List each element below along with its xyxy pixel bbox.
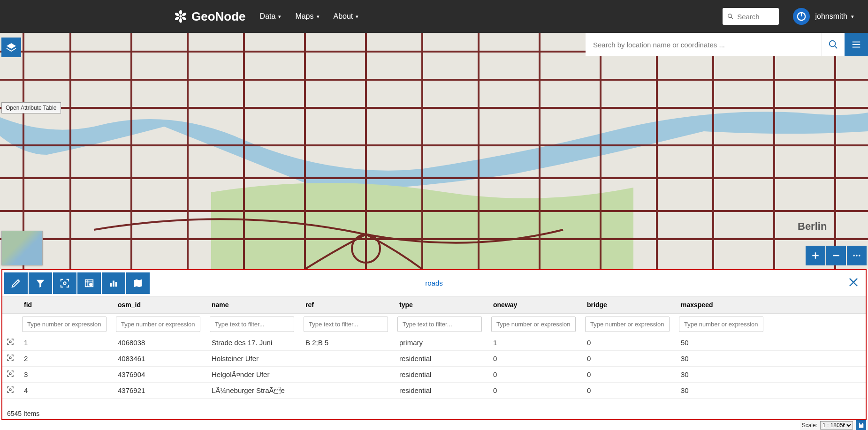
cell-ref (300, 351, 394, 367)
user-menu[interactable]: johnsmith▾ (815, 12, 854, 21)
svg-point-2 (182, 12, 187, 16)
column-header-type[interactable]: type (394, 296, 487, 314)
table-row[interactable]: 14068038Strade des 17. JuniB 2;B 5primar… (2, 335, 866, 351)
svg-point-25 (859, 255, 860, 256)
location-search-input[interactable] (586, 33, 821, 56)
column-header-name[interactable]: name (206, 296, 300, 314)
filter-row (2, 314, 866, 335)
nav-about[interactable]: About▾ (334, 12, 359, 21)
cell-type: primary (394, 335, 487, 351)
map-viewport[interactable]: Berlin Open Attribute Table (0, 33, 868, 269)
more-options-button[interactable] (847, 246, 867, 265)
column-header-bridge[interactable]: bridge (581, 296, 675, 314)
brand-logo[interactable]: GeoNode (174, 9, 246, 24)
column-header-oneway[interactable]: oneway (487, 296, 581, 314)
chevron-down-icon: ▾ (851, 14, 854, 20)
scale-label: Scale: (802, 422, 817, 429)
location-search-button[interactable] (821, 33, 845, 56)
bar-chart-icon (108, 278, 119, 288)
map-filter-icon (133, 278, 143, 288)
zoom-to-feature-button[interactable] (2, 383, 18, 399)
attribute-table-panel: roads fid osm_id name ref type oneway br… (1, 269, 867, 420)
layers-button[interactable] (1, 38, 21, 57)
filter-ref[interactable] (304, 317, 388, 332)
search-icon (727, 13, 734, 20)
filter-name[interactable] (210, 317, 294, 332)
download-button[interactable] (856, 420, 866, 430)
zoom-extent-icon (60, 278, 70, 288)
table-row[interactable]: 34376904HelgolÃ¤nder Uferresidential0030 (2, 367, 866, 383)
column-header-fid[interactable]: fid (18, 296, 112, 314)
table-row[interactable]: 44376921LÃ¼neburger StraÃeresidential00… (2, 383, 866, 399)
header-row: fid osm_id name ref type oneway bridge m… (2, 296, 866, 314)
cell-bridge: 0 (581, 351, 675, 367)
zoom-to-page-button[interactable] (53, 272, 76, 294)
zoom-to-feature-button[interactable] (2, 367, 18, 383)
hide-columns-button[interactable] (77, 272, 101, 294)
filter-button[interactable] (29, 272, 52, 294)
filter-osm-id[interactable] (116, 317, 200, 332)
zoom-to-feature-button[interactable] (2, 351, 18, 367)
cell-oneway: 0 (487, 367, 581, 383)
hamburger-icon (851, 39, 861, 50)
scale-bar: Scale: 1 : 18056 (800, 420, 868, 430)
main-menu-button[interactable] (845, 33, 868, 56)
filter-type[interactable] (397, 317, 482, 332)
panel-title[interactable]: roads (425, 279, 443, 287)
cell-name: LÃ¼neburger StraÃe (206, 383, 300, 399)
cell-name: Holsteiner Ufer (206, 351, 300, 367)
minimap[interactable] (1, 231, 43, 265)
cell-ref (300, 383, 394, 399)
funnel-icon (35, 278, 46, 288)
chevron-down-icon: ▾ (356, 14, 358, 20)
svg-point-37 (9, 341, 11, 343)
svg-text:Berlin: Berlin (798, 220, 827, 232)
column-header-ref[interactable]: ref (300, 296, 394, 314)
zoom-in-button[interactable] (806, 246, 825, 265)
cell-maxspeed: 50 (675, 335, 769, 351)
chart-widget-button[interactable] (102, 272, 125, 294)
svg-point-0 (179, 15, 182, 18)
table-row[interactable]: 24083461Holsteiner Uferresidential0030 (2, 351, 866, 367)
tooltip-open-attribute-table: Open Attribute Table (1, 102, 61, 113)
save-icon (858, 422, 864, 429)
top-search-box[interactable] (723, 8, 779, 25)
edit-mode-button[interactable] (4, 272, 28, 294)
filter-bridge[interactable] (585, 317, 670, 332)
cell-oneway: 1 (487, 335, 581, 351)
svg-point-39 (9, 373, 11, 375)
filter-fid[interactable] (22, 317, 107, 332)
top-search-input[interactable] (733, 13, 774, 21)
zoom-out-button[interactable] (826, 246, 846, 265)
nav-items: Data▾ Maps▾ About▾ (260, 12, 359, 21)
filter-oneway[interactable] (491, 317, 576, 332)
cell-osm-id: 4068038 (112, 335, 206, 351)
close-panel-button[interactable] (847, 276, 860, 291)
close-icon (847, 276, 860, 289)
column-header-osm-id[interactable]: osm_id (112, 296, 206, 314)
cell-type: residential (394, 383, 487, 399)
minus-icon (831, 251, 841, 260)
cell-maxspeed: 30 (675, 383, 769, 399)
item-count: 6545 Items (7, 410, 39, 417)
nav-data[interactable]: Data▾ (260, 12, 282, 21)
filter-maxspeed[interactable] (679, 317, 763, 332)
svg-point-1 (179, 10, 182, 15)
svg-rect-34 (115, 282, 117, 287)
map-background: Berlin (0, 33, 868, 269)
pencil-icon (11, 278, 21, 288)
zoom-to-feature-button[interactable] (2, 335, 18, 351)
cell-fid: 4 (18, 383, 112, 399)
svg-point-23 (853, 255, 855, 256)
cell-name: Strade des 17. Juni (206, 335, 300, 351)
column-header-maxspeed[interactable]: maxspeed (675, 296, 769, 314)
zoom-to-feature-icon (7, 354, 14, 362)
plus-icon (811, 251, 820, 260)
zoom-to-feature-icon (7, 370, 14, 377)
nav-maps[interactable]: Maps▾ (295, 12, 319, 21)
scale-select[interactable]: 1 : 18056 (820, 421, 853, 430)
svg-point-7 (728, 14, 731, 18)
sync-map-button[interactable] (126, 272, 150, 294)
svg-line-16 (834, 46, 837, 49)
user-avatar-icon[interactable] (793, 8, 810, 25)
